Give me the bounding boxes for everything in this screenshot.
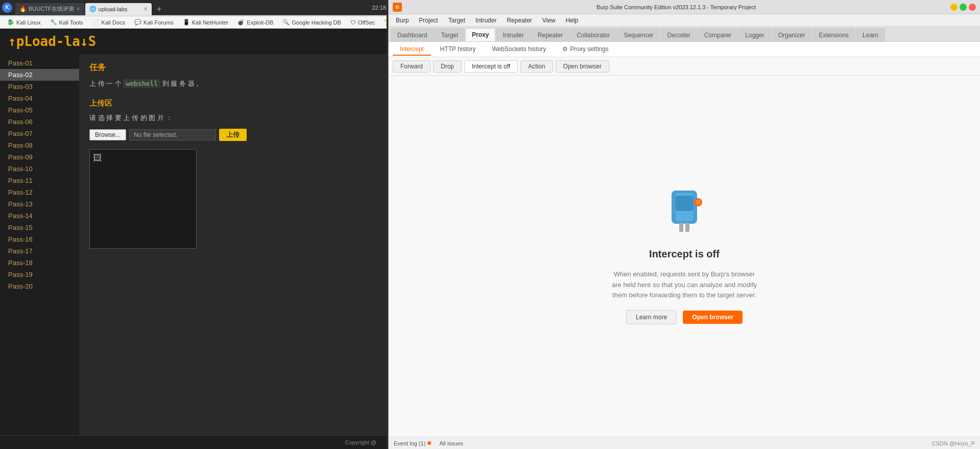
bookmarks-bar: 🐉Kali Linux 🔧Kali Tools 📄Kali Docs 💬Kali… <box>0 16 387 29</box>
sidebar-item-pass20[interactable]: Pass-20 <box>0 280 79 292</box>
tab-uploadlabs[interactable]: 🌐 upload-labs ✕ <box>85 3 152 15</box>
tab-logger[interactable]: Logger <box>738 28 771 41</box>
bookmark-nethunter[interactable]: 📱Kali NetHunter <box>179 18 233 27</box>
burp-toolbar: Forward Drop Intercept is off Action Ope… <box>389 57 980 76</box>
tab-intruder[interactable]: Intruder <box>496 28 530 41</box>
svg-rect-6 <box>685 223 689 232</box>
tab-buuctf[interactable]: 🔥 BUUCTF在线评测 ✕ <box>15 3 84 15</box>
minimize-button[interactable] <box>950 4 958 11</box>
browse-button[interactable]: Browse... <box>89 129 126 140</box>
bookmark-buu[interactable]: 🏆BUU <box>380 18 387 27</box>
site-logo: ↑pLoad-la↓S <box>8 34 378 49</box>
burp-secondary-tabs: Intercept HTTP history WebSockets histor… <box>389 42 980 57</box>
svg-rect-5 <box>679 223 683 232</box>
system-time: 22:18 <box>372 5 386 11</box>
action-button[interactable]: Action <box>520 60 553 73</box>
tab-proxy[interactable]: Proxy <box>465 28 495 41</box>
burp-menubar: Burp Project Target Intruder Repeater Vi… <box>389 14 980 27</box>
tab-extensions[interactable]: Extensions <box>812 28 855 41</box>
sidebar-item-pass09[interactable]: Pass-09 <box>0 151 79 163</box>
open-browser-toolbar-button[interactable]: Open browser <box>556 60 609 73</box>
sidebar-item-pass18[interactable]: Pass-18 <box>0 257 79 269</box>
upload-area-title: 上传区 <box>89 99 376 108</box>
new-tab-button[interactable]: + <box>153 3 166 15</box>
browser-tabs-bar: 🔥 BUUCTF在线评测 ✕ 🌐 upload-labs ✕ + <box>13 0 369 15</box>
site-footer: Copyright @ <box>0 435 387 449</box>
settings-icon: ⚙ <box>562 45 568 53</box>
bookmark-exploitdb[interactable]: 💣Exploit-DB <box>233 18 277 27</box>
close-button[interactable] <box>969 4 976 11</box>
website-content: ↑pLoad-la↓S Pass-01 Pass-02 Pass-03 Pass… <box>0 29 387 449</box>
tab-comparer[interactable]: Comparer <box>698 28 738 41</box>
bookmark-kali-forums[interactable]: 💬Kali Forums <box>130 18 178 27</box>
sidebar-item-pass06[interactable]: Pass-06 <box>0 116 79 128</box>
sidebar-item-pass04[interactable]: Pass-04 <box>0 92 79 104</box>
tab-proxy-settings[interactable]: ⚙ Proxy settings <box>555 43 615 56</box>
tab-favicon2: 🌐 <box>89 6 97 12</box>
tab-organizer[interactable]: Organizer <box>772 28 812 41</box>
bookmark-ghdb[interactable]: 🔍Google Hacking DB <box>278 18 345 27</box>
maximize-button[interactable] <box>960 4 967 11</box>
tab-sequencer[interactable]: Sequencer <box>617 28 660 41</box>
menu-repeater[interactable]: Repeater <box>501 16 537 25</box>
tab-dashboard[interactable]: Dashboard <box>391 28 434 41</box>
menu-project[interactable]: Project <box>414 16 443 25</box>
site-header: ↑pLoad-la↓S <box>0 29 387 54</box>
sidebar-item-pass10[interactable]: Pass-10 <box>0 163 79 175</box>
sidebar-item-pass13[interactable]: Pass-13 <box>0 198 79 210</box>
sidebar-item-pass07[interactable]: Pass-07 <box>0 128 79 139</box>
tab-close[interactable]: ✕ <box>76 6 80 12</box>
bookmark-kali-linux[interactable]: 🐉Kali Linux <box>3 18 45 27</box>
all-issues-label: All issues <box>439 440 463 446</box>
bookmark-kali-tools[interactable]: 🔧Kali Tools <box>46 18 87 27</box>
task-code: webshell <box>123 79 160 88</box>
tab-target[interactable]: Target <box>435 28 465 41</box>
menu-help[interactable]: Help <box>561 16 584 25</box>
svg-rect-2 <box>676 196 693 211</box>
sidebar-item-pass12[interactable]: Pass-12 <box>0 186 79 198</box>
intercept-off-description: When enabled, requests sent by Burp's br… <box>610 269 758 301</box>
bookmark-kali-docs[interactable]: 📄Kali Docs <box>88 18 129 27</box>
sidebar-item-pass11[interactable]: Pass-11 <box>0 175 79 186</box>
tab-favicon: 🔥 <box>19 6 27 12</box>
sidebar-item-pass03[interactable]: Pass-03 <box>0 81 79 92</box>
intercept-off-title: Intercept is off <box>649 248 720 260</box>
sidebar-item-pass16[interactable]: Pass-16 <box>0 233 79 245</box>
sidebar-item-pass05[interactable]: Pass-05 <box>0 104 79 116</box>
sidebar-item-pass19[interactable]: Pass-19 <box>0 269 79 280</box>
sidebar: Pass-01 Pass-02 Pass-03 Pass-04 Pass-05 … <box>0 54 79 435</box>
menu-intruder[interactable]: Intruder <box>470 16 501 25</box>
sidebar-item-pass02[interactable]: Pass-02 <box>0 69 79 81</box>
sidebar-item-pass14[interactable]: Pass-14 <box>0 210 79 222</box>
tab-decoder[interactable]: Decoder <box>661 28 697 41</box>
tab-collaborator[interactable]: Collaborator <box>570 28 616 41</box>
intercept-toggle-button[interactable]: Intercept is off <box>464 60 518 73</box>
tab-websockets-history[interactable]: WebSockets history <box>485 43 554 56</box>
menu-burp[interactable]: Burp <box>391 16 414 25</box>
upload-button[interactable]: 上传 <box>219 129 247 141</box>
forward-button[interactable]: Forward <box>393 60 431 73</box>
open-browser-main-button[interactable]: Open browser <box>683 311 743 324</box>
tab-intercept[interactable]: Intercept <box>393 43 431 56</box>
sidebar-item-pass01[interactable]: Pass-01 <box>0 57 79 69</box>
upload-controls: Browse... No file selected. 上传 <box>89 129 376 141</box>
sidebar-item-pass17[interactable]: Pass-17 <box>0 245 79 257</box>
menu-target[interactable]: Target <box>443 16 470 25</box>
drop-button[interactable]: Drop <box>433 60 462 73</box>
site-body: Pass-01 Pass-02 Pass-03 Pass-04 Pass-05 … <box>0 54 387 435</box>
event-log-status[interactable]: Event log (1) <box>394 440 431 446</box>
all-issues-status[interactable]: All issues <box>439 440 463 446</box>
burp-statusbar: Event log (1) All issues CSDN @Hoyo_P <box>389 437 980 449</box>
learn-more-button[interactable]: Learn more <box>626 310 677 324</box>
bookmark-offsec[interactable]: 🛡OffSec <box>346 18 379 27</box>
sidebar-item-pass08[interactable]: Pass-08 <box>0 139 79 151</box>
svg-point-4 <box>696 200 701 205</box>
tab-learn[interactable]: Learn <box>856 28 885 41</box>
tab-close2[interactable]: ✕ <box>144 6 148 12</box>
tab-repeater[interactable]: Repeater <box>531 28 569 41</box>
main-content: 任务 上 传 一 个 webshell 到 服 务 器 。 上传区 请 选 择 … <box>79 54 387 435</box>
menu-view[interactable]: View <box>537 16 561 25</box>
tab-http-history[interactable]: HTTP history <box>433 43 483 56</box>
sidebar-item-pass15[interactable]: Pass-15 <box>0 222 79 233</box>
kali-logo[interactable]: K <box>2 3 12 13</box>
